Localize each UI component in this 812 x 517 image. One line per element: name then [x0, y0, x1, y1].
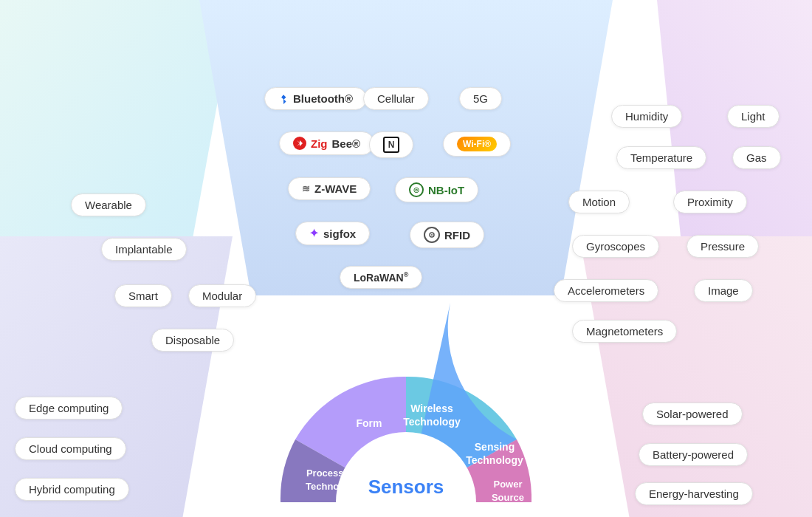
- svg-text:Form: Form: [357, 417, 382, 429]
- svg-text:Source: Source: [492, 492, 524, 503]
- pill-proximity: Proximity: [673, 191, 747, 213]
- wireless-pill-lorawan-: LoRaWAN®: [340, 266, 422, 289]
- pill-motion: Motion: [568, 191, 630, 213]
- svg-text:Sensing: Sensing: [475, 441, 515, 453]
- pill-gas: Gas: [732, 146, 781, 169]
- pill-light: Light: [727, 105, 780, 128]
- svg-text:Power: Power: [493, 479, 522, 490]
- pill-accelerometers: Accelerometers: [554, 279, 658, 302]
- svg-marker-12: [297, 140, 303, 146]
- wireless-pill-rfid: RFID: [410, 222, 484, 248]
- wireless-pill-z-wave: ≋Z-WAVE: [288, 177, 371, 200]
- svg-text:Wireless: Wireless: [410, 403, 453, 414]
- wireless-pill-sigfox: ✦sigfox: [295, 222, 370, 245]
- donut-chart: Wireless Technology Form Sensing Technol…: [244, 258, 568, 517]
- pill-implantable: Implantable: [101, 238, 187, 261]
- pill-edge-computing: Edge computing: [15, 397, 123, 420]
- pill-solar-powered: Solar-powered: [642, 403, 743, 425]
- pill-energy-harvesting: Energy-harvesting: [635, 482, 753, 505]
- wireless-pill-wi-fi-: Wi-Fi®: [443, 131, 511, 157]
- pill-pressure: Pressure: [687, 235, 759, 258]
- svg-text:Technology: Technology: [403, 416, 461, 428]
- svg-text:Technology: Technology: [466, 454, 523, 466]
- wireless-pill-zigbee-: ZigBee®: [279, 131, 374, 155]
- pill-smart: Smart: [114, 284, 172, 307]
- pill-battery-powered: Battery-powered: [639, 443, 748, 466]
- pill-modular: Modular: [188, 284, 256, 307]
- pill-gyroscopes: Gyroscopes: [572, 235, 659, 258]
- wireless-pill-bluetooth-: Bluetooth®: [264, 87, 367, 110]
- pill-temperature: Temperature: [616, 146, 706, 169]
- pill-wearable: Wearable: [71, 194, 146, 216]
- pill-magnetometers: Magnetometers: [572, 320, 677, 343]
- svg-marker-11: [281, 95, 286, 104]
- wireless-pill-nfc: N: [369, 131, 413, 158]
- pill-image: Image: [694, 279, 753, 302]
- svg-point-14: [431, 234, 433, 236]
- wireless-pill-nb-iot: ◎NB-IoT: [395, 177, 478, 202]
- svg-text:Processing: Processing: [306, 468, 358, 479]
- pill-humidity: Humidity: [611, 105, 682, 128]
- pill-cloud-computing: Cloud computing: [15, 437, 126, 460]
- wireless-pill-5g: 5G: [459, 87, 502, 110]
- svg-text:Technology: Technology: [306, 481, 359, 492]
- svg-text:Sensors: Sensors: [368, 476, 444, 498]
- pill-hybrid-computing: Hybrid computing: [15, 478, 129, 501]
- wireless-pill-cellular: Cellular: [363, 87, 429, 110]
- pill-disposable: Disposable: [151, 329, 234, 352]
